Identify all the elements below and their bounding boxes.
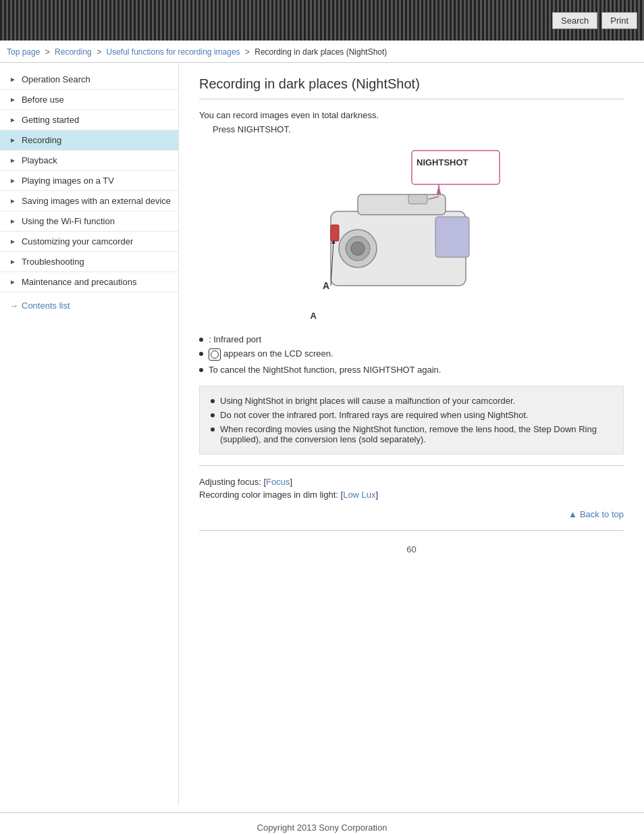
breadcrumb-sep2: > (97, 47, 103, 57)
arrow-right-icon: → (9, 301, 18, 311)
diagram-label-a: A (311, 311, 520, 321)
contents-list-link[interactable]: → Contents list (0, 292, 178, 316)
breadcrumb-current: Recording in dark places (NightShot) (254, 47, 387, 57)
divider (199, 465, 624, 466)
divider-bottom (199, 530, 624, 531)
arrow-icon: ► (9, 258, 16, 265)
back-to-top: ▲ Back to top (199, 509, 624, 519)
list-item: : Infrared port (199, 334, 624, 344)
sidebar-label: Playback (22, 155, 171, 165)
bullet-dot (199, 338, 203, 342)
sidebar-item-recording[interactable]: ► Recording (0, 130, 178, 151)
warning-text: Using NightShot in bright places will ca… (220, 396, 515, 406)
press-text: Press NIGHTSHOT. (213, 124, 624, 134)
arrow-icon: ► (9, 96, 16, 103)
list-item: To cancel the NightShot function, press … (199, 365, 624, 375)
content-area: Recording in dark places (NightShot) You… (179, 63, 644, 806)
sidebar: ► Operation Search ► Before use ► Gettin… (0, 63, 179, 806)
sidebar-label: Playing images on a TV (22, 176, 171, 186)
breadcrumb-sep1: > (45, 47, 52, 57)
arrow-icon: ► (9, 157, 16, 164)
svg-rect-10 (331, 225, 339, 241)
sidebar-item-operation-search[interactable]: ► Operation Search (0, 70, 178, 90)
related-link-1: Adjusting focus: [Focus] (199, 477, 624, 487)
sidebar-item-maintenance[interactable]: ► Maintenance and precautions (0, 272, 178, 292)
main-layout: ► Operation Search ► Before use ► Gettin… (0, 63, 644, 806)
back-to-top-link[interactable]: ▲ Back to top (568, 509, 624, 519)
bullet-dot (211, 399, 215, 403)
arrow-icon: ► (9, 136, 16, 144)
warning-box: Using NightShot in bright places will ca… (199, 386, 624, 454)
related-link1-suffix: ] (290, 477, 292, 487)
list-item: Do not cover the infrared port. Infrared… (211, 410, 612, 420)
sidebar-item-playing-tv[interactable]: ► Playing images on a TV (0, 171, 178, 191)
related-link-2: Recording color images in dim light: [Lo… (199, 490, 624, 500)
svg-rect-8 (435, 217, 469, 257)
list-item: When recording movies using the NightSho… (211, 424, 612, 444)
sidebar-item-getting-started[interactable]: ► Getting started (0, 110, 178, 130)
arrow-icon: ► (9, 238, 16, 245)
sidebar-label: Getting started (22, 115, 171, 125)
arrow-icon: ► (9, 76, 16, 83)
focus-link[interactable]: Focus (266, 477, 290, 487)
low-lux-link[interactable]: Low Lux (343, 490, 375, 500)
breadcrumb: Top page > Recording > Useful functions … (0, 41, 644, 63)
print-button[interactable]: Print (601, 12, 637, 29)
related-link2-prefix: Recording color images in dim light: [ (199, 490, 343, 500)
page-number: 60 (199, 544, 624, 554)
warning-list: Using NightShot in bright places will ca… (211, 396, 612, 444)
bullet-dot (199, 352, 203, 356)
arrow-icon: ► (9, 217, 16, 225)
arrow-icon: ► (9, 116, 16, 124)
sidebar-label: Operation Search (22, 74, 171, 84)
arrow-icon: ► (9, 278, 16, 286)
page-title: Recording in dark places (NightShot) (199, 76, 624, 99)
svg-point-7 (351, 242, 365, 255)
header: Search Print (0, 0, 644, 41)
breadcrumb-useful[interactable]: Useful functions for recording images (106, 47, 240, 57)
svg-rect-9 (358, 194, 446, 215)
list-item: Using NightShot in bright places will ca… (211, 396, 612, 406)
back-to-top-label: Back to top (580, 509, 624, 519)
sidebar-item-saving-external[interactable]: ► Saving images with an external device (0, 191, 178, 211)
bullet-dot (199, 368, 203, 372)
nightshot-icon (209, 348, 221, 361)
sidebar-label: Before use (22, 95, 171, 105)
infrared-label: : Infrared port (209, 334, 261, 344)
svg-text:NIGHTSHOT: NIGHTSHOT (417, 157, 468, 167)
warning-text: When recording movies using the NightSho… (220, 424, 612, 444)
bullet-dot (211, 413, 215, 417)
copyright-text: Copyright 2013 Sony Corporation (257, 823, 387, 833)
intro-text: You can record images even in total dark… (199, 110, 624, 120)
list-item: appears on the LCD screen. (199, 348, 624, 361)
svg-rect-0 (412, 151, 500, 184)
sidebar-item-before-use[interactable]: ► Before use (0, 90, 178, 110)
nightshot-diagram: NIGHTSHOT (304, 144, 520, 321)
arrow-icon: ► (9, 197, 16, 205)
breadcrumb-top[interactable]: Top page (7, 47, 40, 57)
search-button[interactable]: Search (552, 12, 597, 29)
sidebar-item-troubleshooting[interactable]: ► Troubleshooting (0, 252, 178, 272)
sidebar-label: Saving images with an external device (22, 196, 171, 206)
sidebar-label: Maintenance and precautions (22, 277, 171, 287)
breadcrumb-sep3: > (245, 47, 252, 57)
sidebar-item-customizing[interactable]: ► Customizing your camcorder (0, 232, 178, 252)
related-link2-suffix: ] (376, 490, 379, 500)
nightshot-diagram-container: NIGHTSHOT (199, 144, 624, 321)
bullet1-text: appears on the LCD screen. (223, 348, 333, 359)
svg-rect-13 (408, 194, 427, 204)
breadcrumb-recording[interactable]: Recording (55, 47, 92, 57)
sidebar-label: Recording (22, 135, 171, 145)
related-links: Adjusting focus: [Focus] Recording color… (199, 477, 624, 500)
contents-list-label: Contents list (22, 301, 70, 311)
arrow-icon: ► (9, 177, 16, 184)
sidebar-label: Using the Wi-Fi function (22, 216, 171, 226)
sidebar-label: Troubleshooting (22, 257, 171, 267)
sidebar-item-playback[interactable]: ► Playback (0, 151, 178, 171)
related-link1-prefix: Adjusting focus: [ (199, 477, 266, 487)
warning-text: Do not cover the infrared port. Infrared… (220, 410, 529, 420)
triangle-icon: ▲ (568, 509, 577, 519)
bullet2-text: To cancel the NightShot function, press … (209, 365, 441, 375)
sidebar-item-wifi[interactable]: ► Using the Wi-Fi function (0, 211, 178, 232)
footer: Copyright 2013 Sony Corporation (0, 812, 644, 834)
